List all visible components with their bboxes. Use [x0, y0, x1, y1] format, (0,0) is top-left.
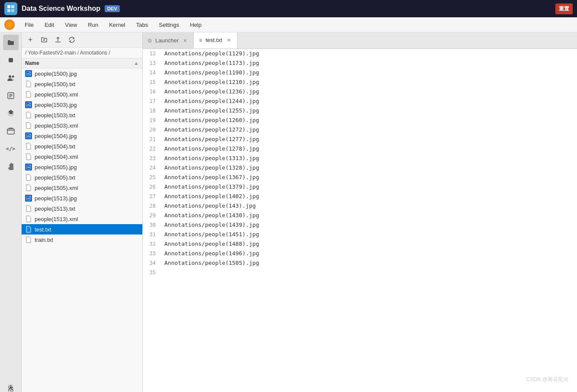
watermark: CSDN @菁花星河 — [526, 376, 568, 383]
code-line: 20Annotations/people(1272).jpg — [143, 125, 577, 135]
svg-rect-2 — [7, 9, 10, 12]
sidebar-icon-users[interactable] — [3, 70, 19, 86]
svg-point-17 — [29, 103, 30, 104]
file-name: people(1505).txt — [35, 174, 75, 181]
menu-help[interactable]: Help — [186, 20, 206, 30]
upload-button[interactable] — [53, 35, 63, 45]
sidebar-icon-folder2[interactable] — [3, 123, 19, 139]
sidebar-icon-code[interactable]: </> — [3, 141, 19, 157]
menu-view[interactable]: View — [61, 20, 81, 30]
file-item[interactable]: people(1505).jpg — [22, 162, 142, 172]
sidebar-icon-book[interactable] — [3, 88, 19, 103]
code-line: 16Annotations/people(1236).jpg — [143, 87, 577, 96]
line-content: Annotations/people(1277).jpg — [162, 135, 577, 144]
svg-rect-11 — [7, 129, 14, 134]
menu-kernel[interactable]: Kernel — [105, 20, 130, 30]
file-item[interactable]: people(1505).xml — [22, 183, 142, 193]
code-line: 27Annotations/people(1402).jpg — [143, 192, 577, 201]
line-content: Annotations/people(1278).jpg — [162, 144, 577, 154]
titlebar: Data Science Workshop DEV 重置 — [0, 0, 577, 17]
file-item[interactable]: people(1503).jpg — [22, 100, 142, 110]
line-number: 22 — [143, 144, 162, 154]
file-item[interactable]: people(1504).jpg — [22, 131, 142, 141]
file-item[interactable]: people(1513).txt — [22, 203, 142, 214]
tab-launcher[interactable]: ⧉ Launcher ✕ — [143, 32, 194, 48]
line-content: Annotations/people(1272).jpg — [162, 125, 577, 135]
sidebar-icon-stop[interactable] — [3, 52, 19, 68]
file-item[interactable]: people(1505).txt — [22, 172, 142, 183]
code-line: 21Annotations/people(1277).jpg — [143, 135, 577, 144]
new-folder-button[interactable] — [39, 35, 49, 45]
sidebar-icon-settings[interactable] — [3, 106, 19, 121]
code-line: 22Annotations/people(1278).jpg — [143, 144, 577, 154]
menu-tabs[interactable]: Tabs — [132, 20, 152, 30]
code-line: 30Annotations/people(1439).jpg — [143, 220, 577, 230]
file-name: people(1503).txt — [35, 112, 75, 119]
file-item[interactable]: people(1500).txt — [22, 79, 142, 89]
menu-edit[interactable]: Edit — [40, 20, 58, 30]
code-line: 17Annotations/people(1244).jpg — [143, 96, 577, 106]
file-item[interactable]: people(1503).txt — [22, 110, 142, 120]
file-name: people(1513).txt — [35, 206, 75, 212]
svg-rect-4 — [9, 58, 13, 62]
file-item[interactable]: people(1503).xml — [22, 120, 142, 131]
launcher-tab-icon: ⧉ — [148, 38, 152, 44]
line-content: Annotations/people(1173).jpg — [162, 58, 577, 68]
content-area: ⧉ Launcher ✕ ≡ test.txt ✕ 12Annotations/… — [143, 32, 577, 392]
file-name: people(1503).xml — [35, 122, 78, 129]
menu-file[interactable]: File — [20, 20, 38, 30]
code-line: 28Annotations/people(143).jpg — [143, 201, 577, 211]
code-line: 31Annotations/people(1451).jpg — [143, 230, 577, 239]
menu-run[interactable]: Run — [83, 20, 103, 30]
code-line: 19Annotations/people(1260).jpg — [143, 116, 577, 125]
line-content: Annotations/people(1367).jpg — [162, 173, 577, 182]
file-name: people(1504).xml — [35, 154, 78, 160]
launcher-tab-close[interactable]: ✕ — [182, 37, 188, 45]
sidebar-icon-folder[interactable] — [3, 35, 19, 50]
dev-badge: DEV — [105, 5, 120, 12]
line-content: Annotations/people(1255).jpg — [162, 106, 577, 116]
line-content — [162, 268, 577, 277]
file-item[interactable]: people(1504).txt — [22, 141, 142, 151]
menu-settings[interactable]: Settings — [154, 20, 183, 30]
line-number: 34 — [143, 258, 162, 268]
txt-file-icon — [25, 226, 32, 233]
line-number: 17 — [143, 96, 162, 106]
code-line: 25Annotations/people(1367).jpg — [143, 173, 577, 182]
line-content: Annotations/people(1430).jpg — [162, 211, 577, 220]
editor-area[interactable]: 12Annotations/people(1129).jpg13Annotati… — [143, 49, 577, 392]
svg-point-21 — [29, 166, 30, 167]
sidebar-icons: </> 天池 — [0, 32, 22, 392]
line-number: 18 — [143, 106, 162, 116]
reset-button[interactable]: 重置 — [555, 3, 573, 14]
code-line: 15Annotations/people(1210).jpg — [143, 77, 577, 87]
menubar: File Edit View Run Kernel Tabs Settings … — [0, 17, 577, 32]
file-name: people(1504).txt — [35, 143, 75, 150]
file-item[interactable]: people(1504).xml — [22, 151, 142, 162]
file-item[interactable]: people(1513).jpg — [22, 193, 142, 203]
tiandi-label: 天池 — [6, 376, 16, 386]
line-content: Annotations/people(1129).jpg — [162, 49, 577, 58]
file-item[interactable]: people(1500).xml — [22, 89, 142, 100]
xml-file-icon — [25, 184, 32, 191]
tab-test-txt[interactable]: ≡ test.txt ✕ — [194, 32, 237, 48]
sidebar-icon-puzzle[interactable] — [3, 159, 19, 174]
code-line: 29Annotations/people(1430).jpg — [143, 211, 577, 220]
file-list: people(1500).jpg people(1500).txt people… — [22, 68, 142, 392]
line-number: 21 — [143, 135, 162, 144]
new-file-button[interactable]: + — [25, 35, 35, 45]
file-name: people(1500).txt — [35, 81, 75, 87]
file-item[interactable]: test.txt — [22, 224, 142, 235]
file-browser: + — [22, 32, 143, 392]
file-item[interactable]: people(1513).xml — [22, 214, 142, 224]
file-name: test.txt — [35, 226, 51, 233]
refresh-button[interactable] — [67, 35, 77, 45]
file-item[interactable]: people(1500).jpg — [22, 68, 142, 79]
line-content: Annotations/people(1244).jpg — [162, 96, 577, 106]
line-content: Annotations/people(143).jpg — [162, 201, 577, 211]
test-txt-tab-close[interactable]: ✕ — [226, 36, 232, 44]
code-line: 35 — [143, 268, 577, 277]
line-number: 31 — [143, 230, 162, 239]
file-item[interactable]: train.txt — [22, 235, 142, 245]
xml-file-icon — [25, 122, 32, 129]
